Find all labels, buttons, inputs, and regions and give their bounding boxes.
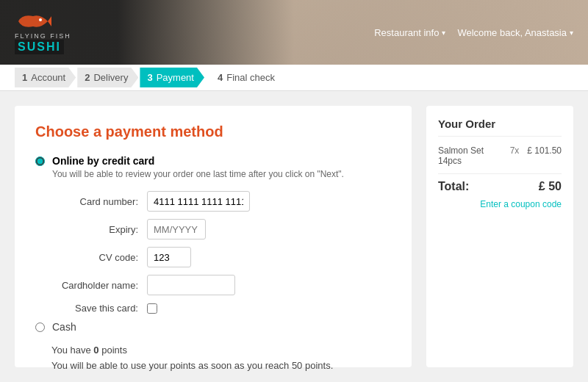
panel-title: Choose a payment method xyxy=(35,123,391,140)
header-nav: Restaurant info ▾ Welcome back, Anastasi… xyxy=(374,27,588,38)
payment-panel: Choose a payment method Online by credit… xyxy=(15,106,412,367)
order-item: Salmon Set 14pcs 7x £ 101.50 xyxy=(438,145,562,166)
cash-radio[interactable] xyxy=(35,322,45,332)
order-item-name: Salmon Set 14pcs xyxy=(438,145,504,166)
breadcrumb-step-delivery[interactable]: 2 Delivery xyxy=(77,68,138,87)
order-item-qty: 7x xyxy=(507,145,522,156)
expiry-input[interactable] xyxy=(147,219,206,239)
credit-card-form: Card number: Expiry: CV code: Cardholder… xyxy=(51,191,391,314)
welcome-chevron-icon: ▾ xyxy=(570,29,573,37)
cv-input[interactable] xyxy=(147,247,191,267)
main-content: Choose a payment method Online by credit… xyxy=(0,91,588,382)
points-info: You have 0 points You will be able to us… xyxy=(51,343,391,374)
card-number-row: Card number: xyxy=(51,191,391,212)
order-total-label: Total: xyxy=(438,180,469,193)
step-4-label: Final check xyxy=(226,72,275,83)
step-1-num: 1 xyxy=(22,72,27,83)
credit-card-label: Online by credit card xyxy=(52,155,344,167)
order-title: Your Order xyxy=(438,118,562,137)
breadcrumb-step-account[interactable]: 1 Account xyxy=(15,68,76,87)
breadcrumb-step-payment[interactable]: 3 Payment xyxy=(140,68,204,87)
step-1-label: Account xyxy=(31,72,65,83)
expiry-row: Expiry: xyxy=(51,219,391,239)
fish-icon xyxy=(15,10,51,32)
points-text2: points xyxy=(99,345,127,356)
credit-card-radio[interactable] xyxy=(35,156,45,166)
step-2-num: 2 xyxy=(85,72,90,83)
logo: FLYING FISH SUSHI xyxy=(0,3,86,62)
points-desc: You will be able to use your points as s… xyxy=(51,358,391,374)
order-item-price: £ 101.50 xyxy=(525,145,562,156)
logo-flying-text: FLYING FISH xyxy=(15,32,71,40)
header: FLYING FISH SUSHI Restaurant info ▾ Welc… xyxy=(0,0,588,65)
save-card-row: Save this card: xyxy=(51,303,391,314)
breadcrumb: 1 Account 2 Delivery 3 Payment 4 Final c… xyxy=(0,65,588,91)
step-2-label: Delivery xyxy=(93,72,128,83)
restaurant-info-link[interactable]: Restaurant info ▾ xyxy=(374,27,445,38)
credit-card-option: Online by credit card You will be able t… xyxy=(35,155,391,179)
cardholder-input[interactable] xyxy=(147,275,235,295)
welcome-user-label: Welcome back, Anastasia xyxy=(457,27,567,38)
points-value: 0 xyxy=(93,345,98,356)
step-3-num: 3 xyxy=(147,72,152,83)
order-panel: Your Order Salmon Set 14pcs 7x £ 101.50 … xyxy=(426,106,573,367)
cash-option: Cash xyxy=(35,321,391,333)
cardholder-label: Cardholder name: xyxy=(51,280,147,291)
step-4-num: 4 xyxy=(218,72,223,83)
save-card-checkbox[interactable] xyxy=(147,303,157,314)
logo-sushi-text: SUSHI xyxy=(15,40,64,54)
svg-point-0 xyxy=(39,18,42,21)
save-card-label: Save this card: xyxy=(51,303,147,314)
cardholder-row: Cardholder name: xyxy=(51,275,391,295)
restaurant-info-label: Restaurant info xyxy=(374,27,439,38)
welcome-user-link[interactable]: Welcome back, Anastasia ▾ xyxy=(457,27,573,38)
step-3-label: Payment xyxy=(157,72,194,83)
credit-card-desc: You will be able to review your order on… xyxy=(52,169,344,179)
restaurant-info-chevron-icon: ▾ xyxy=(442,29,445,37)
coupon-link[interactable]: Enter a coupon code xyxy=(438,199,562,209)
order-total: Total: £ 50 xyxy=(438,173,562,193)
cv-label: CV code: xyxy=(51,252,147,263)
points-line1: You have 0 points xyxy=(51,343,391,358)
card-number-input[interactable] xyxy=(147,191,250,212)
points-text1: You have xyxy=(51,345,93,356)
expiry-label: Expiry: xyxy=(51,224,147,235)
breadcrumb-step-finalcheck[interactable]: 4 Final check xyxy=(206,68,285,87)
order-total-value: £ 50 xyxy=(539,180,562,193)
cash-label: Cash xyxy=(52,321,76,333)
card-number-label: Card number: xyxy=(51,196,147,207)
cv-row: CV code: xyxy=(51,247,391,267)
